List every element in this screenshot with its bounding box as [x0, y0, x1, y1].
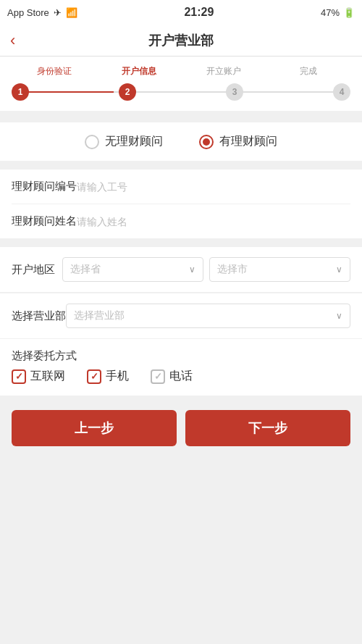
advisor-name-label: 理财顾问姓名	[12, 214, 77, 228]
status-right: 47% 🔋	[321, 7, 355, 18]
trust-option-internet[interactable]: ✓ 互联网	[12, 369, 65, 384]
checkbox-phone: ✓	[151, 369, 165, 384]
branch-chevron-icon: ∨	[336, 311, 342, 321]
app-store-label: App Store	[7, 7, 49, 18]
radio-no-advisor-label: 无理财顾问	[105, 134, 163, 149]
next-button[interactable]: 下一步	[185, 410, 350, 446]
trust-section: 选择委托方式 ✓ 互联网 ✓ 手机 ✓ 电话	[0, 339, 362, 396]
status-left: App Store ✈ 📶	[7, 7, 77, 18]
trust-options: ✓ 互联网 ✓ 手机 ✓ 电话	[0, 369, 362, 396]
region-row: 开户地区 选择省 ∨ 选择市 ∨	[0, 247, 362, 293]
nav-bar: ‹ 开户营业部	[0, 25, 362, 57]
battery-label: 47%	[321, 7, 340, 18]
form-card: 理财顾问编号 理财顾问姓名	[0, 170, 362, 238]
region-label: 开户地区	[12, 263, 62, 277]
page-title: 开户营业部	[148, 32, 214, 49]
step-dot-4: 4	[333, 83, 350, 101]
content: 无理财顾问 有理财顾问 理财顾问编号 理财顾问姓名 开户地区 选择省 ∨	[0, 111, 362, 472]
radio-option-has-advisor[interactable]: 有理财顾问	[199, 134, 277, 149]
city-select[interactable]: 选择市 ∨	[209, 257, 350, 282]
trust-internet-label: 互联网	[30, 369, 65, 384]
radio-option-no-advisor[interactable]: 无理财顾问	[85, 134, 163, 149]
radio-has-advisor-inner	[203, 138, 210, 146]
checkbox-mobile: ✓	[87, 369, 101, 384]
status-bar: App Store ✈ 📶 21:29 47% 🔋	[0, 0, 362, 25]
province-chevron-icon: ∨	[189, 264, 195, 275]
trust-title: 选择委托方式	[0, 339, 362, 369]
back-button[interactable]: ‹	[10, 33, 15, 49]
wifi-icon: 📶	[66, 7, 77, 18]
battery-icon: 🔋	[343, 7, 355, 18]
trust-mobile-label: 手机	[106, 369, 129, 384]
airplane-icon: ✈	[54, 7, 62, 18]
region-controls: 选择省 ∨ 选择市 ∨	[62, 257, 350, 282]
trust-option-mobile[interactable]: ✓ 手机	[87, 369, 129, 384]
prev-button[interactable]: 上一步	[12, 410, 177, 446]
form-row-advisor-name: 理财顾问姓名	[12, 204, 350, 238]
steps-container: 身份验证 开户信息 开立账户 完成 1 2 3 4	[0, 57, 362, 111]
region-section: 开户地区 选择省 ∨ 选择市 ∨	[0, 247, 362, 293]
city-chevron-icon: ∨	[336, 264, 342, 275]
branch-row: 选择营业部 选择营业部 ∨	[0, 293, 362, 338]
province-select[interactable]: 选择省 ∨	[62, 257, 203, 282]
branch-select[interactable]: 选择营业部 ∨	[66, 304, 350, 328]
trust-option-phone[interactable]: ✓ 电话	[151, 369, 193, 384]
form-row-advisor-id: 理财顾问编号	[12, 170, 350, 204]
radio-has-advisor-label: 有理财顾问	[219, 134, 277, 149]
checkbox-internet: ✓	[12, 369, 26, 384]
radio-no-advisor-circle	[85, 135, 99, 149]
step-dot-2: 2	[119, 83, 136, 101]
back-icon: ‹	[10, 31, 15, 49]
step-track: 1 2 3 4	[12, 83, 350, 101]
step-dot-3: 3	[226, 83, 243, 101]
radio-group: 无理财顾问 有理财顾问	[0, 122, 362, 161]
step-label-1: 身份验证	[12, 65, 96, 78]
city-placeholder: 选择市	[217, 263, 248, 276]
radio-has-advisor-circle	[199, 135, 214, 149]
step-label-4: 完成	[266, 65, 350, 78]
province-placeholder: 选择省	[70, 263, 101, 276]
step-label-2: 开户信息	[96, 65, 181, 78]
step-dot-1: 1	[12, 83, 29, 101]
advisor-name-input[interactable]	[77, 216, 350, 227]
step-dots: 1 2 3 4	[12, 83, 350, 101]
branch-section: 选择营业部 选择营业部 ∨	[0, 293, 362, 338]
buttons-row: 上一步 下一步	[0, 396, 362, 461]
steps-labels: 身份验证 开户信息 开立账户 完成	[12, 65, 350, 78]
branch-label: 选择营业部	[12, 309, 66, 323]
step-label-3: 开立账户	[181, 65, 266, 78]
advisor-id-input[interactable]	[77, 181, 350, 193]
advisor-id-label: 理财顾问编号	[12, 180, 77, 193]
trust-phone-label: 电话	[169, 369, 193, 384]
status-time: 21:29	[184, 6, 214, 19]
branch-placeholder: 选择营业部	[74, 309, 125, 322]
